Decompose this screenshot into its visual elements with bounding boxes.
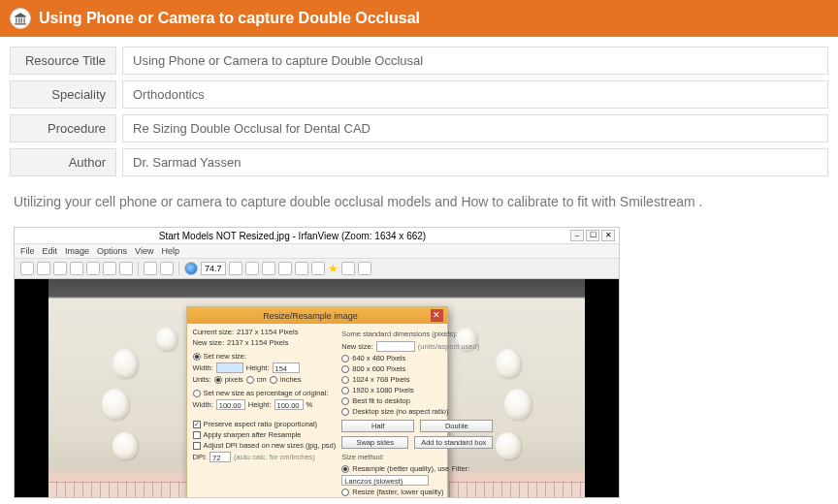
pct-height-label: Height: (248, 400, 272, 409)
dialog-title: Resize/Resample image (191, 311, 431, 321)
filter-dropdown[interactable]: Lanczos (slowest) (341, 475, 429, 486)
width-input[interactable] (216, 362, 243, 373)
set-new-size-radio[interactable] (193, 353, 201, 361)
resample-label: Resample (better quality), use Filter: (352, 464, 469, 473)
menu-image[interactable]: Image (65, 246, 89, 256)
menu-edit[interactable]: Edit (43, 246, 58, 256)
meta-value: Orthodontics (122, 80, 828, 109)
toolbar-separator (178, 262, 179, 275)
pct-width-input[interactable]: 100.00 (216, 399, 245, 410)
units-cm-radio[interactable] (246, 376, 254, 384)
dialog-right-column: Some standard dimensions (pixels): New s… (341, 328, 493, 497)
half-button[interactable]: Half (341, 420, 414, 432)
resource-description: Utilizing your cell phone or camera to c… (0, 176, 838, 219)
minimize-button[interactable]: – (570, 230, 584, 241)
units-pixels-label: pixels (225, 375, 243, 384)
pct-suffix: % (306, 400, 313, 409)
units-pixels-radio[interactable] (214, 376, 222, 384)
meta-label: Author (10, 148, 116, 176)
zoom-out-icon[interactable] (160, 262, 174, 275)
std-bestfit-radio[interactable] (341, 397, 349, 405)
units-inches-label: inches (280, 375, 302, 384)
menu-options[interactable]: Options (97, 246, 127, 256)
save-icon[interactable] (53, 262, 67, 275)
info-icon[interactable] (119, 262, 133, 275)
set-new-size-label: Set new size: (204, 352, 247, 361)
add-std-button[interactable]: Add to standard box (414, 436, 493, 449)
menu-file[interactable]: File (20, 246, 35, 256)
std-640-radio[interactable] (341, 355, 349, 362)
dpi-label: DPI: (193, 453, 208, 461)
about-icon[interactable] (358, 262, 371, 275)
sharpen-checkbox[interactable] (193, 431, 201, 439)
maximize-button[interactable]: ☐ (586, 230, 599, 241)
newsize-hint: (units/aspect used) (418, 342, 479, 351)
settings-icon[interactable] (341, 262, 355, 275)
cut-icon[interactable] (86, 262, 100, 275)
resize-dialog: Resize/Resample image ✕ Current size: 21… (186, 306, 448, 497)
current-size-label: Current size: (193, 328, 235, 336)
tooth (504, 389, 532, 420)
dpi-input[interactable]: 72 (210, 452, 231, 462)
menu-view[interactable]: View (135, 246, 153, 256)
double-button[interactable]: Double (420, 420, 493, 432)
last-file-icon[interactable] (278, 262, 292, 275)
toolbar-separator (138, 262, 139, 275)
tooth (113, 432, 138, 459)
irfanview-titlebar: Start Models NOT Resized.jpg - IrfanView… (15, 228, 619, 244)
std-1024-radio[interactable] (341, 376, 349, 384)
std-1920-label: 1920 x 1080 Pixels (352, 386, 413, 394)
first-file-icon[interactable] (262, 262, 275, 275)
adjust-dpi-checkbox[interactable] (193, 442, 201, 450)
set-pct-label: Set new size as percentage of original: (204, 389, 329, 397)
zoom-field[interactable]: 74.7 (201, 262, 226, 275)
std-800-label: 800 x 600 Pixels (352, 364, 405, 373)
prev-page-icon[interactable] (229, 262, 242, 275)
slideshow-icon[interactable] (37, 262, 50, 275)
std-desktop-radio[interactable] (341, 408, 349, 416)
preserve-aspect-checkbox[interactable] (193, 421, 201, 428)
close-button[interactable]: ✕ (601, 230, 615, 241)
copy-icon[interactable] (103, 262, 116, 275)
open-icon[interactable] (20, 262, 34, 275)
star-icon[interactable]: ★ (328, 262, 338, 275)
preserve-aspect-label: Preserve aspect ratio (proportional) (204, 420, 318, 428)
dialog-close-button[interactable]: ✕ (431, 309, 443, 322)
std-640-label: 640 x 480 Pixels (352, 354, 405, 362)
newsize-dropdown[interactable] (376, 341, 415, 352)
resample-radio[interactable] (341, 465, 349, 473)
menu-help[interactable]: Help (161, 246, 179, 256)
swap-sides-button[interactable]: Swap sides (341, 436, 408, 449)
tooth (102, 389, 129, 420)
delete-icon[interactable] (70, 262, 83, 275)
tooth (156, 328, 177, 351)
resize-radio[interactable] (341, 488, 349, 496)
image-canvas: Resize/Resample image ✕ Current size: 21… (15, 279, 619, 497)
meta-value: Re Sizing Double Occlusal for Dental CAD (122, 114, 828, 142)
page-header: Using Phone or Camera to capture Double … (0, 0, 838, 37)
height-input[interactable]: 154 (273, 362, 300, 373)
zoom-in-icon[interactable] (144, 262, 157, 275)
dialog-titlebar[interactable]: Resize/Resample image ✕ (187, 307, 447, 324)
meta-value: Dr. Sarmad Yassen (122, 148, 828, 176)
std-1920-radio[interactable] (341, 387, 349, 394)
meta-row-procedure: Procedure Re Sizing Double Occlusal for … (10, 114, 828, 142)
new-size-value: 2137 x 1154 Pixels (227, 338, 288, 347)
prev-file-icon[interactable] (295, 262, 308, 275)
set-pct-radio[interactable] (193, 390, 201, 397)
resize-label: Resize (faster, lower quality) (352, 488, 443, 496)
meta-row-resource-title: Resource Title Using Phone or Camera to … (10, 47, 828, 75)
current-size-value: 2137 x 1154 Pixels (237, 328, 298, 336)
globe-icon[interactable] (184, 262, 198, 275)
std-bestfit-label: Best fit to desktop (352, 396, 410, 405)
std-800-radio[interactable] (341, 365, 349, 373)
units-inches-radio[interactable] (270, 376, 277, 384)
height-label: Height: (246, 363, 270, 372)
sharpen-label: Apply sharpen after Resample (204, 430, 302, 439)
next-file-icon[interactable] (311, 262, 325, 275)
irfanview-toolbar: 74.7 ★ (15, 259, 619, 279)
pct-height-input[interactable]: 100.00 (274, 399, 304, 410)
units-cm-label: cm (257, 375, 267, 384)
next-page-icon[interactable] (245, 262, 259, 275)
meta-value: Using Phone or Camera to capture Double … (122, 47, 828, 75)
